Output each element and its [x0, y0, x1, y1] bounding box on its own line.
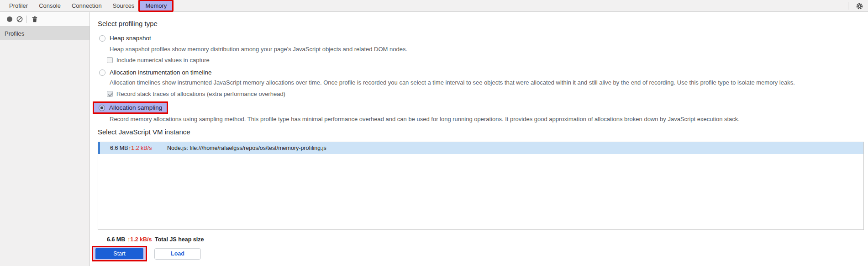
toolbar-divider	[26, 16, 27, 23]
checkbox-include-numerical-values-label: Include numerical values in capture	[116, 57, 210, 64]
tab-memory[interactable]: Memory	[140, 1, 172, 11]
profiles-panel-header: Profiles	[0, 27, 89, 40]
tab-connection[interactable]: Connection	[66, 1, 107, 11]
option-allocation-timeline-description: Allocation timelines show instrumented J…	[110, 79, 795, 86]
tab-profiler[interactable]: Profiler	[4, 1, 33, 11]
option-allocation-sampling[interactable]: Allocation sampling	[99, 104, 162, 111]
load-button[interactable]: Load	[154, 248, 201, 260]
record-icon[interactable]	[5, 14, 15, 24]
profiles-panel-header-label: Profiles	[5, 30, 24, 37]
option-allocation-timeline-label: Allocation instrumentation on timeline	[110, 69, 212, 76]
option-heap-snapshot[interactable]: Heap snapshot	[99, 35, 151, 42]
checkbox-record-stack-traces-label: Record stack traces of allocations (extr…	[116, 90, 285, 97]
tab-console[interactable]: Console	[33, 1, 66, 11]
option-allocation-sampling-label: Allocation sampling	[109, 104, 162, 111]
gear-icon[interactable]	[854, 1, 864, 11]
memory-panel: Select profiling type Heap snapshot Heap…	[90, 12, 868, 266]
delete-icon[interactable]	[30, 14, 40, 24]
radio-heap-snapshot-icon[interactable]	[99, 35, 105, 42]
profiles-toolbar	[0, 12, 89, 27]
checkbox-record-stack-traces[interactable]: Record stack traces of allocations (extr…	[107, 90, 285, 97]
option-heap-snapshot-label: Heap snapshot	[110, 35, 151, 42]
tabbar-divider	[848, 2, 848, 10]
start-button[interactable]: Start	[95, 248, 143, 259]
checkbox-include-numerical-values[interactable]: Include numerical values in capture	[107, 57, 210, 64]
vm-instance-heading: Select JavaScript VM instance	[98, 128, 190, 136]
heap-total-row: 6.6 MB ↑1.2 kB/s Total JS heap size	[107, 236, 204, 243]
vm-instance-list: 6.6 MB ↑1.2 kB/s Node.js: file:///home/r…	[98, 142, 864, 230]
radio-allocation-sampling-icon[interactable]	[99, 105, 105, 111]
option-allocation-timeline[interactable]: Allocation instrumentation on timeline	[99, 69, 212, 76]
vm-instance-rate: ↑1.2 kB/s	[128, 145, 152, 151]
checkbox-record-stack-traces-icon[interactable]	[107, 91, 113, 97]
profiles-sidebar: Profiles	[0, 12, 90, 266]
clear-icon[interactable]	[15, 14, 25, 24]
allocation-sampling-annotation: Allocation sampling	[93, 101, 168, 114]
vm-instance-row[interactable]: 6.6 MB ↑1.2 kB/s Node.js: file:///home/r…	[98, 142, 863, 154]
heap-total-rate: ↑1.2 kB/s	[127, 236, 155, 243]
actions-row: Start Load	[92, 246, 201, 261]
devtools-tabbar: Profiler Console Connection Sources Memo…	[0, 0, 868, 12]
vm-instance-size: 6.6 MB	[110, 145, 128, 151]
vm-instance-name: Node.js: file:///home/rafaelgss/repos/os…	[167, 145, 326, 151]
profiling-type-heading: Select profiling type	[98, 20, 158, 27]
option-heap-snapshot-description: Heap snapshot profiles show memory distr…	[110, 46, 407, 53]
radio-allocation-timeline-icon[interactable]	[99, 69, 105, 76]
heap-total-size: 6.6 MB	[107, 236, 127, 243]
start-button-annotation: Start	[92, 246, 147, 261]
checkbox-include-numerical-values-icon[interactable]	[107, 57, 113, 63]
option-allocation-sampling-description: Record memory allocations using sampling…	[110, 116, 740, 122]
heap-total-label: Total JS heap size	[155, 236, 204, 243]
tab-sources[interactable]: Sources	[107, 1, 140, 11]
